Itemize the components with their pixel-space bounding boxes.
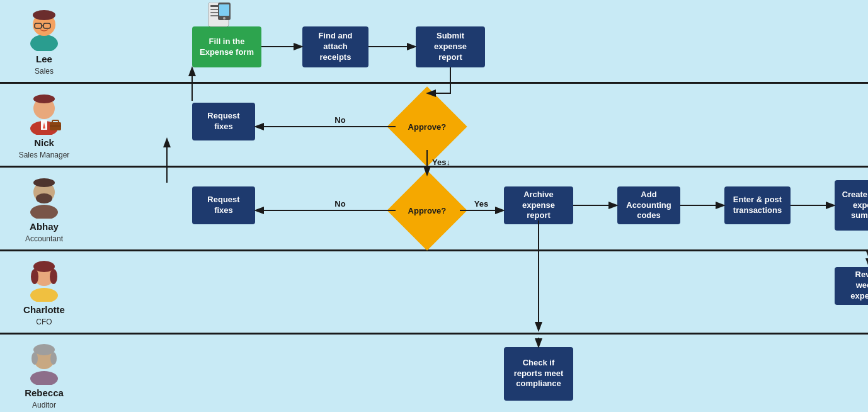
svg-point-20 [33,94,55,103]
actor-nick: Nick Sales Manager [0,84,88,166]
svg-point-2 [33,10,55,20]
svg-point-29 [33,178,55,187]
receipt-icon [207,3,231,29]
fill-form-box: Fill in the Expense form [192,26,261,67]
charlotte-avatar [22,258,66,302]
rebecca-name: Rebecca [25,387,64,398]
svg-point-37 [30,288,58,302]
abhay-arrows: No Yes [88,168,868,249]
svg-rect-22 [52,120,59,123]
abhay-name: Abhay [30,221,59,232]
rebecca-role: Auditor [32,401,56,409]
actor-lee: Lee Sales [0,1,88,82]
svg-text:No: No [334,115,345,125]
abhay-avatar [22,175,66,219]
charlotte-name: Charlotte [23,304,65,315]
svg-point-43 [30,371,58,385]
svg-point-0 [30,35,58,51]
nick-role: Sales Manager [19,151,70,159]
lee-role: Sales [35,67,54,76]
svg-rect-12 [219,4,229,16]
svg-point-47 [50,352,57,365]
lee-name: Lee [36,54,52,64]
rebecca-arrows [88,338,868,413]
svg-point-28 [36,193,52,203]
svg-point-41 [50,269,57,284]
nick-arrows: No [88,84,868,166]
svg-point-46 [31,352,38,365]
actor-rebecca: Rebecca Auditor [0,335,88,412]
svg-point-13 [223,17,226,20]
nick-avatar [22,91,66,135]
charlotte-arrows [88,255,868,330]
actor-charlotte: Charlotte CFO [0,251,88,333]
actor-abhay: Abhay Accountant [0,168,88,249]
abhay-role: Accountant [25,234,63,243]
svg-point-40 [31,269,38,284]
svg-text:No: No [334,199,345,209]
svg-point-26 [30,205,58,219]
nick-name: Nick [34,137,54,148]
rebecca-avatar [22,341,66,385]
svg-text:Yes: Yes [474,199,488,209]
charlotte-role: CFO [36,318,52,326]
lee-avatar [22,7,66,51]
